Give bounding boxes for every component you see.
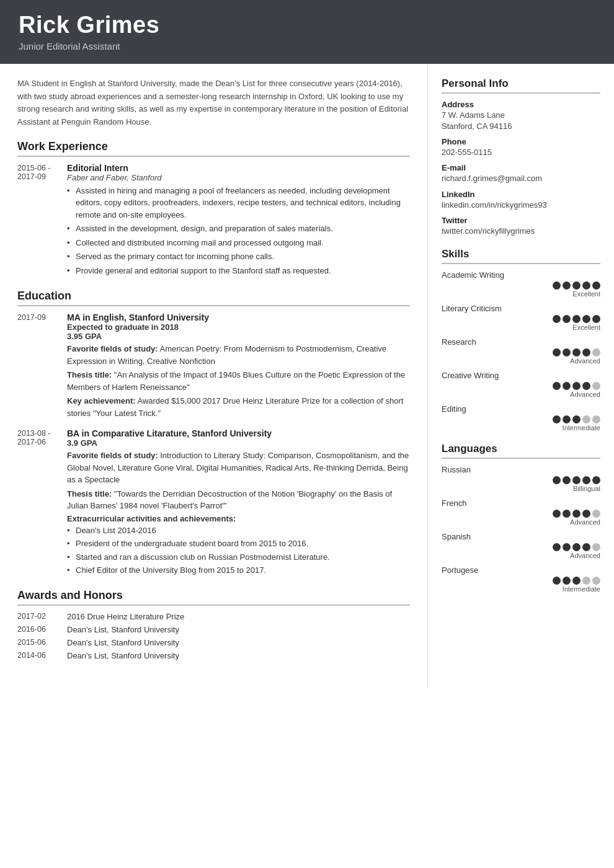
dot-filled — [582, 315, 590, 323]
dot-filled — [553, 577, 561, 585]
edu-content: BA in Comparative Litarature, Stanford U… — [67, 428, 410, 578]
twitter-value: twitter.com/rickyfillygrimes — [442, 226, 600, 237]
skill-name: Editing — [442, 404, 600, 414]
skill-item: FrenchAdvanced — [442, 498, 600, 526]
edu-activity-item: President of the undergraduate student b… — [67, 538, 410, 550]
skill-level-label: Advanced — [570, 391, 600, 398]
edu-degree: MA in English, Stanford University — [67, 312, 410, 322]
dot-filled — [563, 415, 571, 423]
dot-empty — [582, 577, 590, 585]
dot-filled — [563, 543, 571, 551]
skill-right: Advanced — [442, 348, 600, 365]
languages-divider — [442, 458, 600, 459]
email-value: richard.f.grimes@gmail.com — [442, 173, 600, 184]
dot-filled — [563, 281, 571, 290]
dot-filled — [592, 476, 600, 484]
award-text: Dean's List, Stanford University — [67, 625, 179, 634]
skill-dots-row — [553, 543, 600, 551]
edu-thesis: Thesis title: "An Analysis of the Impact… — [67, 369, 410, 393]
skill-dots-row — [553, 476, 600, 484]
dot-filled — [553, 348, 561, 356]
header-title: Junior Editorial Assistant — [19, 41, 595, 51]
work-experience-heading: Work Experience — [17, 140, 410, 153]
skill-right: Billingual — [442, 476, 600, 492]
work-entries: 2015-06 - 2017-09Editorial InternFaber a… — [17, 163, 410, 279]
edu-thesis: Thesis title: "Towards the Derridian Dec… — [67, 488, 410, 512]
education-section: Education 2017-09MA in English, Stanford… — [17, 290, 410, 578]
work-experience-section: Work Experience 2015-06 - 2017-09Editori… — [17, 140, 410, 279]
skill-item: Academic WritingExcellent — [442, 270, 600, 298]
personal-info-divider — [442, 92, 600, 94]
awards-divider — [17, 604, 410, 606]
dot-empty — [592, 415, 600, 423]
skill-level-label: Advanced — [570, 357, 600, 365]
work-title: Editorial Intern — [67, 163, 410, 173]
skill-level-label: Advanced — [570, 552, 600, 559]
skill-item: ResearchAdvanced — [442, 337, 600, 365]
dot-filled — [572, 577, 581, 585]
dot-filled — [553, 543, 561, 551]
skill-item: SpanishAdvanced — [442, 532, 600, 559]
dot-empty — [592, 510, 600, 518]
skill-name: Academic Writing — [442, 270, 600, 280]
dot-filled — [582, 510, 590, 518]
linkedin-value: linkedin.com/in/rickygrimes93 — [442, 200, 600, 211]
work-bullet-item: Collected and distributed incoming mail … — [67, 237, 410, 249]
dot-filled — [582, 281, 590, 290]
email-label: E-mail — [442, 163, 600, 172]
skill-name: Research — [442, 337, 600, 347]
edu-divider — [17, 305, 410, 306]
awards-section: Awards and Honors 2017-022016 Drue Heinz… — [17, 589, 410, 660]
skill-name: Portugese — [442, 565, 600, 575]
address-value: 7 W. Adams LaneStanford, CA 94116 — [442, 110, 600, 132]
skill-level-label: Intermediate — [563, 424, 600, 432]
edu-fav: Favorite fields of study: American Poetr… — [67, 343, 410, 367]
skill-right: Advanced — [442, 382, 600, 398]
sidebar: Personal Info Address 7 W. Adams LaneSta… — [428, 64, 614, 689]
edu-entry: 2013-08 - 2017-06BA in Comparative Litar… — [17, 428, 410, 578]
award-text: Dean's List, Stanford University — [67, 651, 179, 660]
dot-filled — [563, 510, 571, 518]
skill-name: French — [442, 498, 600, 508]
personal-info-heading: Personal Info — [442, 78, 600, 90]
skill-dots-row — [553, 315, 600, 323]
skill-right: Advanced — [442, 510, 600, 526]
dot-empty — [592, 577, 600, 585]
linkedin-label: LinkedIn — [442, 190, 600, 199]
skill-right: Intermediate — [442, 577, 600, 593]
edu-activities-heading: Extracurricular activities and achieveme… — [67, 514, 410, 523]
edu-date: 2013-08 - 2017-06 — [17, 428, 67, 578]
dot-filled — [553, 315, 561, 323]
skills-heading: Skills — [442, 248, 600, 260]
dot-filled — [572, 510, 581, 518]
edu-expected: Expected to graduate in 2018 — [67, 322, 410, 332]
twitter-label: Twitter — [442, 216, 600, 225]
edu-fav: Favorite fields of study: Introduction t… — [67, 450, 410, 486]
dot-empty — [592, 382, 600, 390]
skill-right: Excellent — [442, 281, 600, 298]
edu-activities-list: Dean's List 2014-2016President of the un… — [67, 525, 410, 577]
phone-label: Phone — [442, 137, 600, 146]
skill-dots-row — [553, 415, 600, 423]
skill-name: Russian — [442, 465, 600, 474]
dot-filled — [553, 415, 561, 423]
award-entry: 2014-06Dean's List, Stanford University — [17, 651, 410, 660]
edu-key: Key achievement: Awarded $15,000 2017 Dr… — [67, 395, 410, 419]
skills-divider — [442, 263, 600, 264]
dot-filled — [572, 415, 581, 423]
edu-entry: 2017-09MA in English, Stanford Universit… — [17, 312, 410, 421]
award-entry: 2017-022016 Drue Heinz Literature Prize — [17, 612, 410, 621]
edu-gpa: 3.95 GPA — [67, 332, 410, 341]
edu-gpa: 3.9 GPA — [67, 438, 410, 448]
award-date: 2016-06 — [17, 625, 67, 634]
skills-section: Skills Academic WritingExcellentLiterary… — [442, 248, 600, 432]
skill-name: Creative Writing — [442, 371, 600, 380]
award-entries: 2017-022016 Drue Heinz Literature Prize2… — [17, 612, 410, 660]
award-text: Dean's List, Stanford University — [67, 638, 179, 647]
dot-filled — [572, 315, 581, 323]
languages-list: RussianBillingualFrenchAdvancedSpanishAd… — [442, 465, 600, 593]
dot-filled — [582, 382, 590, 390]
skill-item: Literary CriticismExcellent — [442, 304, 600, 331]
work-bullet-item: Assisted in hiring and managing a pool o… — [67, 185, 410, 221]
award-text: 2016 Drue Heinz Literature Prize — [67, 612, 184, 621]
